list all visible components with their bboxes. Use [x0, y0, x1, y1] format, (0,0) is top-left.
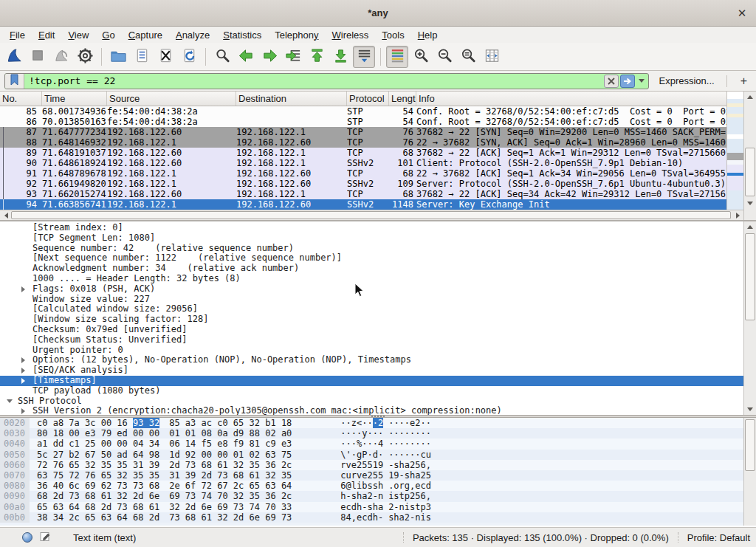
find-packet-button[interactable]: [211, 46, 233, 68]
expander-icon[interactable]: [4, 399, 18, 403]
expander-icon[interactable]: [19, 357, 32, 363]
detail-line[interactable]: [Timestamps]: [0, 376, 743, 386]
detail-line[interactable]: [Calculated window size: 29056]: [0, 304, 743, 314]
detail-line[interactable]: [SEQ/ACK analysis]: [0, 365, 743, 376]
menu-help[interactable]: Help: [411, 28, 444, 42]
expander-icon[interactable]: [19, 286, 32, 292]
packet-list-minimap[interactable]: [726, 92, 743, 210]
restart-capture-button[interactable]: [50, 46, 72, 68]
hex-row[interactable]: 0040a1 dd c1 25 00 00 04 3406 14 f5 e8 f…: [0, 438, 743, 449]
go-forward-button[interactable]: [258, 46, 281, 68]
packet-row-92[interactable]: 9271.661949820192.168.122.1192.168.122.6…: [0, 179, 726, 189]
menu-view[interactable]: View: [61, 28, 95, 42]
menu-go[interactable]: Go: [95, 28, 121, 42]
detail-line[interactable]: Flags: 0x018 (PSH, ACK): [0, 284, 743, 295]
detail-line[interactable]: Checksum: 0x79ed [unverified]: [0, 325, 743, 335]
menu-capture[interactable]: Capture: [122, 28, 169, 42]
display-filter-input[interactable]: [24, 74, 603, 89]
packet-row-90[interactable]: 9071.648618924192.168.122.60192.168.122.…: [0, 158, 726, 168]
scrollbar-thumb[interactable]: [745, 419, 755, 471]
scroll-up-button[interactable]: [744, 221, 756, 233]
hex-row[interactable]: 00a065 63 64 68 2d 73 68 6132 2d 6e 69 7…: [0, 502, 743, 512]
scrollbar-thumb[interactable]: [745, 148, 755, 196]
apply-filter-button[interactable]: [620, 75, 635, 88]
filter-history-dropdown[interactable]: [636, 75, 647, 88]
capture-options-button[interactable]: [74, 46, 96, 68]
hex-row[interactable]: 003080 18 00 e3 79 ed 00 0001 01 08 0a d…: [0, 428, 743, 438]
detail-line[interactable]: SSH Version 2 (encryption:chacha20-poly1…: [0, 406, 743, 415]
close-button[interactable]: ✕: [734, 6, 750, 21]
expander-icon[interactable]: [19, 408, 32, 414]
menu-analyze[interactable]: Analyze: [169, 28, 216, 42]
scroll-right-button[interactable]: [732, 210, 743, 220]
zoom-in-button[interactable]: [410, 46, 432, 68]
zoom-out-button[interactable]: [433, 46, 456, 68]
scrollbar-thumb[interactable]: [745, 233, 755, 320]
expert-info-icon[interactable]: [22, 532, 32, 543]
expander-icon[interactable]: [19, 368, 32, 374]
colorize-toggle[interactable]: [386, 46, 408, 68]
go-to-bottom-button[interactable]: [329, 46, 351, 68]
packet-row-87[interactable]: 8771.647777234192.168.122.60192.168.122.…: [0, 127, 726, 137]
profile-label[interactable]: Profile: Default: [687, 532, 750, 543]
close-file-button[interactable]: [154, 46, 176, 68]
column-header-time[interactable]: Time: [42, 92, 107, 106]
expression-button[interactable]: Expression...: [659, 75, 715, 86]
detail-line[interactable]: Options: (12 bytes), No-Operation (NOP),…: [0, 355, 743, 365]
packet-row-88[interactable]: 8871.648146932192.168.122.1192.168.122.6…: [0, 137, 726, 148]
hex-row[interactable]: 009068 2d 73 68 61 32 2d 6e69 73 74 70 3…: [0, 491, 743, 501]
start-capture-button[interactable]: [3, 46, 25, 68]
menu-edit[interactable]: Edit: [32, 28, 61, 42]
packet-row-85[interactable]: 8568.001734936fe:54:00:d4:38:2aSTP54Conf…: [0, 106, 726, 117]
packet-row-93[interactable]: 9371.662015274192.168.122.60192.168.122.…: [0, 189, 726, 199]
column-header-source[interactable]: Source: [107, 92, 236, 106]
clear-filter-button[interactable]: [604, 75, 619, 88]
save-file-button[interactable]: [131, 46, 153, 68]
go-back-button[interactable]: [235, 46, 257, 68]
titlebar[interactable]: *any ✕: [0, 0, 756, 27]
packet-row-89[interactable]: 8971.648191037192.168.122.60192.168.122.…: [0, 148, 726, 158]
column-header-protocol[interactable]: Protocol: [347, 92, 389, 106]
menu-tools[interactable]: Tools: [375, 28, 410, 42]
detail-line[interactable]: Acknowledgment number: 34 (relative ack …: [0, 264, 743, 274]
packet-list-vertical-scrollbar[interactable]: [743, 92, 756, 220]
detail-line[interactable]: Urgent pointer: 0: [0, 345, 743, 356]
detail-line[interactable]: TCP payload (1080 bytes): [0, 386, 743, 396]
hex-row[interactable]: 006072 76 65 32 35 35 31 392d 73 68 61 3…: [0, 460, 743, 470]
detail-line[interactable]: [Checksum Status: Unverified]: [0, 335, 743, 345]
hex-row[interactable]: 0020c0 a8 7a 3c 00 16 93 3285 a3 ac c0 6…: [0, 418, 743, 428]
detail-line[interactable]: Window size value: 227: [0, 295, 743, 305]
zoom-original-button[interactable]: [457, 46, 479, 68]
hex-row[interactable]: 00b038 34 2c 65 63 64 68 2d73 68 61 32 2…: [0, 512, 743, 523]
stop-capture-button[interactable]: [27, 46, 49, 68]
column-header-no[interactable]: No.: [0, 92, 42, 106]
scroll-down-button[interactable]: [744, 404, 756, 415]
scrollbar-thumb[interactable]: [11, 211, 731, 219]
go-to-packet-button[interactable]: [282, 46, 304, 68]
expander-icon[interactable]: [19, 378, 32, 384]
detail-line[interactable]: SSH Protocol: [0, 396, 743, 407]
packet-row-86[interactable]: 8670.013850163fe:54:00:d4:38:2aSTP54Conf…: [0, 117, 726, 127]
detail-line[interactable]: [TCP Segment Len: 1080]: [0, 233, 743, 244]
details-vertical-scrollbar[interactable]: [743, 221, 756, 415]
resize-columns-button[interactable]: [481, 46, 503, 68]
filter-bookmark-button[interactable]: [5, 73, 24, 89]
go-to-top-button[interactable]: [306, 46, 328, 68]
packet-row-91[interactable]: 9171.648789678192.168.122.1192.168.122.6…: [0, 168, 726, 179]
capture-comment-icon[interactable]: [40, 531, 51, 544]
detail-line[interactable]: [Next sequence number: 1122 (relative se…: [0, 253, 743, 264]
menu-file[interactable]: File: [3, 28, 32, 42]
detail-line[interactable]: 1000 .... = Header Length: 32 bytes (8): [0, 274, 743, 284]
scroll-down-button[interactable]: [744, 198, 756, 209]
open-file-button[interactable]: [107, 46, 129, 68]
packet-row-94[interactable]: 9471.663856741192.168.122.1192.168.122.6…: [0, 199, 726, 210]
scroll-up-button[interactable]: [744, 92, 756, 103]
menu-telephony[interactable]: Telephony: [268, 28, 325, 42]
menu-statistics[interactable]: Statistics: [216, 28, 268, 42]
detail-line[interactable]: [Stream index: 0]: [0, 223, 743, 233]
hex-row[interactable]: 008036 40 6c 69 62 73 73 682e 6f 72 67 2…: [0, 481, 743, 491]
menu-wireless[interactable]: Wireless: [326, 28, 376, 42]
scroll-left-button[interactable]: [0, 210, 12, 220]
auto-scroll-toggle[interactable]: [353, 46, 375, 68]
bytes-vertical-scrollbar[interactable]: [743, 418, 756, 526]
